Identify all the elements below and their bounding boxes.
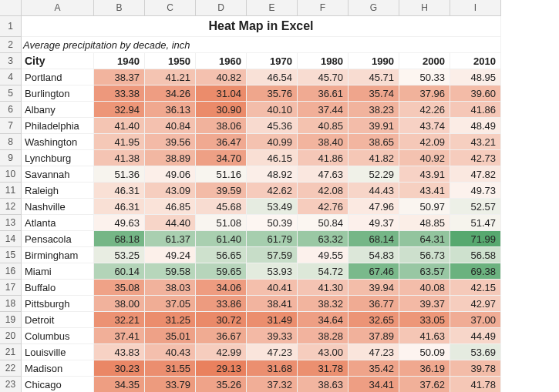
city-cell[interactable]: Madison xyxy=(22,360,94,377)
data-cell[interactable]: 34.64 xyxy=(298,312,349,328)
data-cell[interactable]: 38.23 xyxy=(349,102,399,118)
data-cell[interactable]: 48.49 xyxy=(450,118,501,134)
data-cell[interactable]: 34.70 xyxy=(196,150,247,166)
data-cell[interactable]: 68.18 xyxy=(94,231,145,247)
data-cell[interactable]: 44.43 xyxy=(349,183,399,199)
data-cell[interactable]: 41.82 xyxy=(349,150,399,166)
data-cell[interactable]: 42.09 xyxy=(399,134,450,150)
city-cell[interactable]: Lynchburg xyxy=(22,150,94,166)
data-cell[interactable]: 31.68 xyxy=(247,360,298,377)
row-header[interactable]: 10 xyxy=(0,166,22,183)
row-header[interactable]: 18 xyxy=(0,296,22,312)
data-cell[interactable]: 48.85 xyxy=(399,215,450,231)
data-cell[interactable]: 42.15 xyxy=(450,280,501,296)
data-cell[interactable]: 32.21 xyxy=(94,312,145,328)
data-cell[interactable]: 41.86 xyxy=(298,150,349,166)
data-cell[interactable]: 36.77 xyxy=(349,296,399,312)
data-cell[interactable]: 30.72 xyxy=(196,312,247,328)
column-header[interactable]: H xyxy=(399,0,450,16)
data-cell[interactable]: 68.14 xyxy=(349,231,399,247)
data-cell[interactable]: 46.15 xyxy=(247,150,298,166)
row-header[interactable]: 23 xyxy=(0,377,22,392)
row-header[interactable]: 6 xyxy=(0,102,22,118)
row-header[interactable]: 3 xyxy=(0,53,22,69)
data-cell[interactable]: 37.41 xyxy=(94,328,145,344)
data-cell[interactable]: 42.08 xyxy=(298,183,349,199)
data-cell[interactable]: 56.65 xyxy=(196,247,247,263)
data-cell[interactable]: 40.84 xyxy=(145,118,196,134)
city-cell[interactable]: Portland xyxy=(22,69,94,85)
data-cell[interactable]: 42.76 xyxy=(298,199,349,215)
data-cell[interactable]: 43.74 xyxy=(399,118,450,134)
row-header[interactable]: 13 xyxy=(0,215,22,231)
data-cell[interactable]: 31.25 xyxy=(145,312,196,328)
row-header[interactable]: 22 xyxy=(0,360,22,377)
data-cell[interactable]: 38.40 xyxy=(298,134,349,150)
data-cell[interactable]: 60.14 xyxy=(94,263,145,280)
city-cell[interactable]: Detroit xyxy=(22,312,94,328)
data-cell[interactable]: 33.05 xyxy=(399,312,450,328)
row-header[interactable]: 4 xyxy=(0,69,22,85)
data-cell[interactable]: 45.68 xyxy=(196,199,247,215)
data-cell[interactable]: 53.69 xyxy=(450,344,501,360)
column-heading-city[interactable]: City xyxy=(22,53,94,69)
data-cell[interactable]: 59.65 xyxy=(196,263,247,280)
data-cell[interactable]: 45.71 xyxy=(349,69,399,85)
city-cell[interactable]: Philadelphia xyxy=(22,118,94,134)
data-cell[interactable]: 38.00 xyxy=(94,296,145,312)
data-cell[interactable]: 41.95 xyxy=(94,134,145,150)
column-heading-year[interactable]: 2010 xyxy=(450,53,501,69)
data-cell[interactable]: 45.36 xyxy=(247,118,298,134)
data-cell[interactable]: 38.37 xyxy=(94,69,145,85)
data-cell[interactable]: 38.03 xyxy=(145,280,196,296)
row-header[interactable]: 7 xyxy=(0,118,22,134)
data-cell[interactable]: 49.06 xyxy=(145,166,196,183)
city-cell[interactable]: Nashville xyxy=(22,199,94,215)
data-cell[interactable]: 40.85 xyxy=(298,118,349,134)
data-cell[interactable]: 47.82 xyxy=(450,166,501,183)
data-cell[interactable]: 39.94 xyxy=(349,280,399,296)
data-cell[interactable]: 42.26 xyxy=(399,102,450,118)
city-cell[interactable]: Burlington xyxy=(22,85,94,102)
data-cell[interactable]: 38.32 xyxy=(298,296,349,312)
data-cell[interactable]: 36.67 xyxy=(196,328,247,344)
data-cell[interactable]: 31.04 xyxy=(196,85,247,102)
data-cell[interactable]: 50.39 xyxy=(247,215,298,231)
data-cell[interactable]: 48.92 xyxy=(247,166,298,183)
data-cell[interactable]: 50.33 xyxy=(399,69,450,85)
data-cell[interactable]: 34.41 xyxy=(349,377,399,392)
data-cell[interactable]: 47.63 xyxy=(298,166,349,183)
data-cell[interactable]: 39.60 xyxy=(450,85,501,102)
data-cell[interactable]: 51.47 xyxy=(450,215,501,231)
data-cell[interactable]: 30.90 xyxy=(196,102,247,118)
data-cell[interactable]: 49.24 xyxy=(145,247,196,263)
data-cell[interactable]: 36.47 xyxy=(196,134,247,150)
data-cell[interactable]: 41.21 xyxy=(145,69,196,85)
data-cell[interactable]: 38.41 xyxy=(247,296,298,312)
row-header[interactable]: 1 xyxy=(0,16,22,37)
data-cell[interactable]: 63.32 xyxy=(298,231,349,247)
data-cell[interactable]: 41.86 xyxy=(450,102,501,118)
data-cell[interactable]: 35.08 xyxy=(94,280,145,296)
data-cell[interactable]: 37.62 xyxy=(399,377,450,392)
data-cell[interactable]: 50.09 xyxy=(399,344,450,360)
data-cell[interactable]: 37.96 xyxy=(399,85,450,102)
column-header[interactable]: A xyxy=(22,0,94,16)
column-heading-year[interactable]: 2000 xyxy=(399,53,450,69)
data-cell[interactable]: 39.37 xyxy=(399,296,450,312)
data-cell[interactable]: 47.23 xyxy=(247,344,298,360)
data-cell[interactable]: 44.49 xyxy=(450,328,501,344)
data-cell[interactable]: 46.54 xyxy=(247,69,298,85)
row-header[interactable]: 5 xyxy=(0,85,22,102)
data-cell[interactable]: 31.55 xyxy=(145,360,196,377)
data-cell[interactable]: 32.65 xyxy=(349,312,399,328)
column-header[interactable]: C xyxy=(145,0,196,16)
data-cell[interactable]: 61.79 xyxy=(247,231,298,247)
city-cell[interactable]: Washington xyxy=(22,134,94,150)
data-cell[interactable]: 33.86 xyxy=(196,296,247,312)
data-cell[interactable]: 35.01 xyxy=(145,328,196,344)
data-cell[interactable]: 47.96 xyxy=(349,199,399,215)
column-header[interactable]: G xyxy=(349,0,399,16)
row-header[interactable]: 17 xyxy=(0,280,22,296)
column-header[interactable]: I xyxy=(450,0,501,16)
